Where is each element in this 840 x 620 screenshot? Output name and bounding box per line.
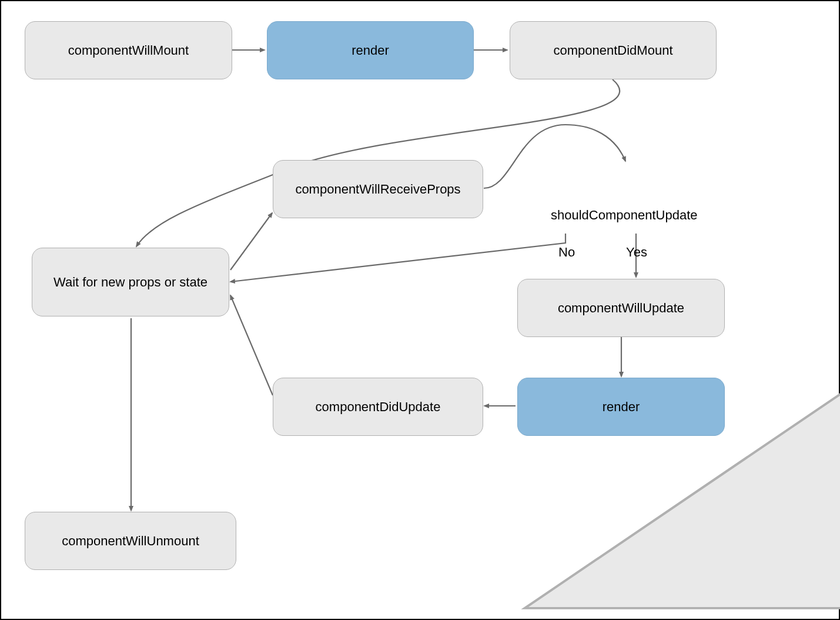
- label-no: No: [558, 245, 575, 260]
- node-component-will-unmount: componentWillUnmount: [25, 512, 236, 570]
- node-component-will-receive-props: componentWillReceiveProps: [273, 160, 483, 218]
- label-yes: Yes: [626, 245, 647, 260]
- label-should-component-update: shouldComponentUpdate: [551, 208, 693, 223]
- node-component-will-update: componentWillUpdate: [517, 279, 725, 337]
- svg-marker-0: [525, 329, 840, 608]
- diagram-frame: componentWillMount render componentDidMo…: [0, 0, 840, 620]
- edge-wait-receiveprops: [230, 213, 272, 270]
- node-wait-state: Wait for new props or state: [32, 248, 229, 316]
- node-component-did-update: componentDidUpdate: [273, 378, 483, 436]
- node-render-2: render: [517, 378, 725, 436]
- node-component-did-mount: componentDidMount: [510, 21, 717, 79]
- edge-didupdate-wait: [230, 295, 273, 395]
- node-component-will-mount: componentWillMount: [25, 21, 232, 79]
- node-render-1: render: [267, 21, 474, 79]
